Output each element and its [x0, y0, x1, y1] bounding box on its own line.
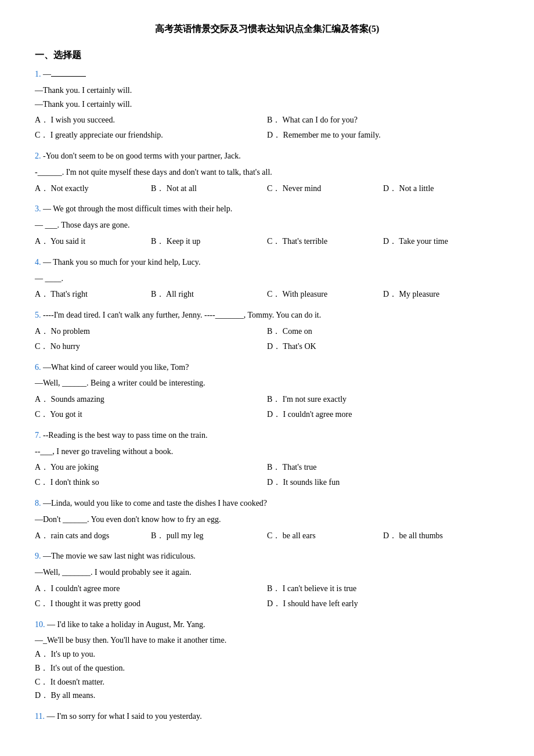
- question-block: 1. ——Thank you. I certainly will.—Thank …: [35, 67, 499, 142]
- option-item: A． That's right: [35, 287, 151, 301]
- option-item: A． Sounds amazing: [35, 393, 267, 406]
- question-number: 3.: [35, 204, 43, 213]
- question-text: — We got through the most difficult time…: [43, 204, 232, 213]
- options-grid: A． That's rightB． All rightC． With pleas…: [35, 287, 499, 301]
- question-number: 8.: [35, 499, 43, 507]
- question-text: —: [43, 70, 51, 78]
- option-item: D． It sounds like fun: [267, 476, 499, 489]
- question-block: 2. -You don't seem to be on good terms w…: [35, 149, 499, 195]
- option-item: B． Not at all: [151, 182, 267, 196]
- question-line: 3. — We got through the most difficult t…: [35, 202, 499, 216]
- dialog-line: —Don't ______. You even don't know how t…: [35, 513, 499, 527]
- question-number: 10.: [35, 620, 47, 629]
- question-text: — I'd like to take a holiday in August, …: [47, 620, 205, 629]
- question-number: 4.: [35, 258, 43, 267]
- dialog-line: —Thank you. I certainly will.: [35, 98, 499, 111]
- question-number: 2.: [35, 152, 43, 160]
- question-block: 8. —Linda, would you like to come and ta…: [35, 496, 499, 542]
- option-item: D． By all means.: [35, 689, 499, 703]
- option-item: D． Not a little: [383, 182, 499, 196]
- option-item: A． I couldn't agree more: [35, 582, 267, 596]
- option-item: D． I couldn't agree more: [267, 408, 499, 422]
- question-text: —The movie we saw last night was ridicul…: [43, 552, 196, 560]
- options-grid: A． I wish you succeed.B． What can I do f…: [35, 113, 499, 142]
- question-line: 2. -You don't seem to be on good terms w…: [35, 149, 499, 163]
- question-number: 5.: [35, 311, 43, 319]
- dialog-line: —_We'll be busy then. You'll have to mak…: [35, 633, 499, 647]
- option-item: C． It doesn't matter.: [35, 675, 499, 689]
- options-grid: A． I couldn't agree moreB． I can't belie…: [35, 582, 499, 611]
- options-grid: A． You are jokingB． That's trueC． I don'…: [35, 460, 499, 489]
- options-grid: A． No problemB． Come onC． No hurryD． Tha…: [35, 325, 499, 354]
- dialog-line: —Thank you. I certainly will.: [35, 84, 499, 98]
- option-item: B． It's out of the question.: [35, 661, 499, 675]
- question-block: 3. — We got through the most difficult t…: [35, 202, 499, 248]
- option-item: D． Take your time: [383, 235, 499, 249]
- question-text: ----I'm dead tired. I can't walk any fur…: [43, 311, 321, 319]
- option-item: A． You said it: [35, 235, 151, 249]
- question-block: 6. —What kind of career would you like, …: [35, 361, 499, 422]
- options-grid: A． Sounds amazingB． I'm not sure exactly…: [35, 393, 499, 422]
- dialog-line: --___, I never go traveling without a bo…: [35, 445, 499, 459]
- options-grid: A． Not exactlyB． Not at allC． Never mind…: [35, 182, 499, 196]
- question-block: 7. --Reading is the best way to pass tim…: [35, 429, 499, 489]
- section-title: 一、选择题: [35, 49, 499, 62]
- option-item: A． Not exactly: [35, 182, 151, 196]
- option-item: B． All right: [151, 287, 267, 301]
- question-block: 5. ----I'm dead tired. I can't walk any …: [35, 308, 499, 353]
- option-item: C． No hurry: [35, 340, 267, 354]
- question-number: 6.: [35, 363, 43, 372]
- option-item: C． You got it: [35, 408, 267, 422]
- option-item: D． My pleasure: [383, 287, 499, 301]
- question-number: 7.: [35, 431, 43, 440]
- option-item: A． It's up to you.: [35, 647, 499, 661]
- option-item: C． I greatly appreciate our friendship.: [35, 128, 267, 142]
- question-line: 7. --Reading is the best way to pass tim…: [35, 429, 499, 442]
- option-item: B． What can I do for you?: [267, 113, 499, 127]
- dialog-line: — ____.: [35, 272, 499, 286]
- question-line: 9. —The movie we saw last night was ridi…: [35, 549, 499, 563]
- option-item: C． That's terrible: [267, 235, 383, 249]
- question-number: 9.: [35, 552, 43, 560]
- option-item: A． I wish you succeed.: [35, 113, 267, 127]
- option-item: D． Remember me to your family.: [267, 128, 499, 142]
- question-text: -You don't seem to be on good terms with…: [43, 152, 241, 160]
- question-block: 4. — Thank you so much for your kind hel…: [35, 255, 499, 301]
- option-item: B． I can't believe it is true: [267, 582, 499, 596]
- question-line: 5. ----I'm dead tired. I can't walk any …: [35, 308, 499, 322]
- option-item: C． be all ears: [267, 529, 383, 543]
- option-item: D． That's OK: [267, 340, 499, 354]
- option-item: D． be all thumbs: [383, 529, 499, 543]
- question-line: 11. — I'm so sorry for what I said to yo…: [35, 710, 499, 723]
- question-block: 11. — I'm so sorry for what I said to yo…: [35, 710, 499, 723]
- answer-blank: [51, 76, 86, 77]
- option-item: D． I should have left early: [267, 597, 499, 611]
- question-text: —What kind of career would you like, Tom…: [43, 363, 189, 372]
- option-item: B． Keep it up: [151, 235, 267, 249]
- option-item: B． That's true: [267, 460, 499, 474]
- option-item: C． I don't think so: [35, 476, 267, 489]
- page-title: 高考英语情景交际及习惯表达知识点全集汇编及答案(5): [35, 23, 499, 35]
- question-line: 6. —What kind of career would you like, …: [35, 361, 499, 375]
- option-item: B． Come on: [267, 325, 499, 339]
- options-grid: A． rain cats and dogsB． pull my legC． be…: [35, 529, 499, 543]
- option-item: C． I thought it was pretty good: [35, 597, 267, 611]
- option-item: B． pull my leg: [151, 529, 267, 543]
- question-number: 1.: [35, 70, 43, 78]
- dialog-line: -______. I'm not quite myself these days…: [35, 165, 499, 179]
- option-item: A． rain cats and dogs: [35, 529, 151, 543]
- question-line: 1. —: [35, 67, 499, 81]
- options-grid: A． You said itB． Keep it upC． That's ter…: [35, 235, 499, 249]
- dialog-line: —Well, _______. I would probably see it …: [35, 566, 499, 579]
- question-text: — Thank you so much for your kind help, …: [43, 258, 200, 267]
- option-item: C． Never mind: [267, 182, 383, 196]
- dialog-line: —Well, ______. Being a writer could be i…: [35, 376, 499, 390]
- question-text: --Reading is the best way to pass time o…: [43, 431, 207, 440]
- question-number: 11.: [35, 712, 46, 721]
- question-line: 8. —Linda, would you like to come and ta…: [35, 496, 499, 510]
- question-block: 10. — I'd like to take a holiday in Augu…: [35, 618, 499, 703]
- question-line: 10. — I'd like to take a holiday in Augu…: [35, 618, 499, 632]
- option-item: C． With pleasure: [267, 287, 383, 301]
- question-line: 4. — Thank you so much for your kind hel…: [35, 255, 499, 269]
- question-text: — I'm so sorry for what I said to you ye…: [46, 712, 201, 721]
